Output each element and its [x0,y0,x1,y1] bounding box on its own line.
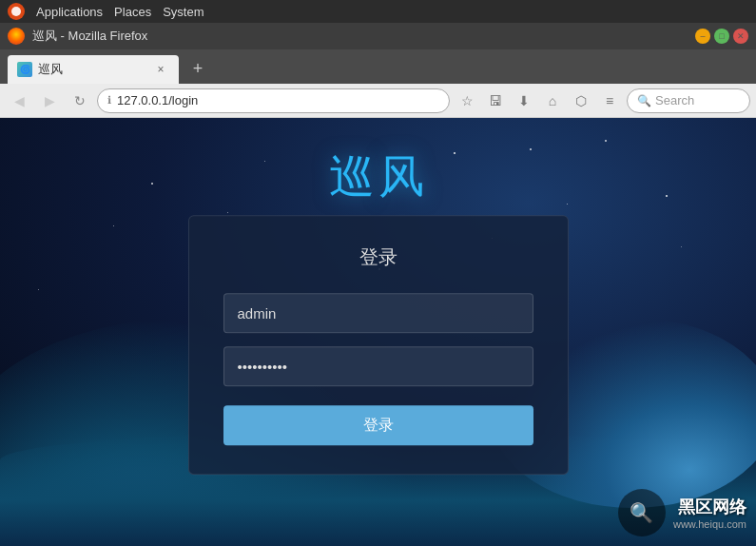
window-controls: – □ ✕ [695,29,748,44]
minimize-button[interactable]: – [695,29,710,44]
firefox-titlebar: 巡风 - Mozilla Firefox – □ ✕ [0,23,756,49]
reload-button[interactable]: ↻ [67,88,93,114]
search-icon: 🔍 [637,94,651,107]
download-button[interactable]: ⬇ [511,88,537,114]
search-placeholder-text: Search [655,93,694,107]
username-input[interactable] [223,293,533,333]
topbar-places[interactable]: Places [114,5,151,19]
save-button[interactable]: 🖫 [482,88,509,114]
new-tab-button[interactable]: + [184,55,211,82]
tab-close-button[interactable]: × [152,61,169,78]
ubuntu-topbar: Applications Places System [0,0,756,23]
active-tab[interactable]: 🌀 巡风 × [8,55,179,84]
address-bar[interactable]: ℹ 127.0.0.1/login [97,88,450,113]
lock-icon: ℹ [107,94,111,107]
watermark-sub-text: www.heiqu.com [673,518,746,530]
forward-button[interactable]: ▶ [36,88,63,114]
firefox-icon [8,28,25,45]
tab-title: 巡风 [38,61,146,78]
firefox-window-title: 巡风 - Mozilla Firefox [32,28,688,45]
watermark-main-text: 黑区网络 [673,496,746,518]
home-button[interactable]: ⌂ [539,88,566,114]
nav-icons: ☆ 🖫 ⬇ ⌂ ⬡ ≡ [454,88,623,114]
tab-favicon-icon: 🌀 [17,62,32,77]
firefox-tabbar: 🌀 巡风 × + [0,49,756,84]
login-button[interactable]: 登录 [223,405,533,445]
firefox-navbar: ◀ ▶ ↻ ℹ 127.0.0.1/login ☆ 🖫 ⬇ ⌂ ⬡ ≡ 🔍 Se… [0,84,756,118]
password-input[interactable] [223,346,533,386]
login-card: 登录 登录 [188,215,569,475]
login-card-title: 登录 [223,244,533,270]
back-button[interactable]: ◀ [6,88,32,114]
browser-content: 巡风 登录 登录 🔍 黑区网络 www.heiqu.com [0,118,756,546]
address-text: 127.0.0.1/login [117,93,439,107]
pocket-button[interactable]: ⬡ [568,88,594,114]
watermark-icon: 🔍 [618,489,666,536]
maximize-button[interactable]: □ [714,29,729,44]
menu-button[interactable]: ≡ [596,88,623,114]
app-title: 巡风 [0,146,756,207]
watermark: 🔍 黑区网络 www.heiqu.com [618,489,746,536]
bookmark-button[interactable]: ☆ [454,88,480,114]
close-button[interactable]: ✕ [733,29,748,44]
topbar-applications[interactable]: Applications [36,5,103,19]
ubuntu-logo-icon [8,3,25,20]
topbar-system[interactable]: System [163,5,204,19]
search-bar[interactable]: 🔍 Search [627,88,750,113]
watermark-text: 黑区网络 www.heiqu.com [673,496,746,530]
